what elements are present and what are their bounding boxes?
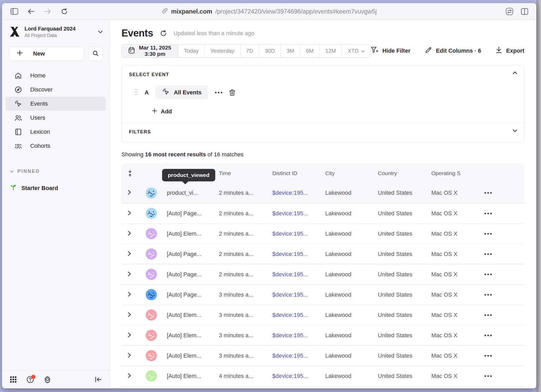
back-icon[interactable] <box>27 7 35 16</box>
preset-today[interactable]: Today <box>178 44 205 57</box>
expand-row-icon[interactable] <box>128 190 131 196</box>
table-row[interactable] <box>121 386 524 388</box>
date-picker-button[interactable]: Mar 11, 2025 3:30 pm <box>122 44 178 57</box>
expand-row-icon[interactable] <box>128 353 131 359</box>
preset-xtd[interactable]: XTD <box>342 44 371 57</box>
event-name[interactable]: [Auto] Elem... <box>161 230 213 237</box>
expand-row-icon[interactable] <box>128 231 131 237</box>
event-name[interactable]: [Auto] Elem... <box>161 312 213 318</box>
distinct-id-link[interactable]: $device:195... <box>267 352 319 359</box>
row-menu-icon[interactable] <box>484 294 492 296</box>
preset-yesterday[interactable]: Yesterday <box>205 44 241 57</box>
sidebar-item-events[interactable]: Events <box>6 97 106 111</box>
sidebar-item-lexicon[interactable]: Lexicon <box>6 125 106 139</box>
sidebar-item-users[interactable]: Users <box>6 111 106 125</box>
row-menu-icon[interactable] <box>484 213 492 214</box>
sidebar-toggle-icon[interactable] <box>10 7 19 16</box>
table-row[interactable]: [Auto] Page... 3 minutes a... $device:19… <box>121 284 524 305</box>
row-menu-icon[interactable] <box>484 335 492 336</box>
event-name[interactable]: [Auto] Elem... <box>161 352 213 359</box>
event-name[interactable]: [Auto] Elem... <box>161 332 213 339</box>
distinct-id-link[interactable]: $device:195... <box>267 332 319 339</box>
trash-icon[interactable] <box>229 89 235 96</box>
expand-row-icon[interactable] <box>128 332 131 339</box>
reload-icon[interactable] <box>60 7 69 16</box>
event-name[interactable]: [Auto] Page... <box>161 251 213 258</box>
preset-6m[interactable]: 6M <box>300 44 319 57</box>
table-row[interactable]: [Auto] Elem... 4 minutes a... $device:19… <box>121 366 524 386</box>
column-header-distinct-id[interactable]: Distinct ID <box>267 170 319 176</box>
collapse-section-icon[interactable] <box>513 71 517 74</box>
collapse-sidebar-icon[interactable] <box>95 377 102 382</box>
table-row[interactable]: [Auto] Elem... 3 minutes a... $device:19… <box>121 345 524 366</box>
expand-row-icon[interactable] <box>128 373 131 379</box>
table-row[interactable]: [Auto] Page... 2 minutes a... $device:19… <box>121 203 524 223</box>
sidebar-item-discover[interactable]: Discover <box>6 83 106 97</box>
distinct-id-link[interactable]: $device:195... <box>267 373 319 379</box>
search-button[interactable] <box>89 47 103 61</box>
row-menu-icon[interactable] <box>484 192 492 194</box>
expand-section-icon[interactable] <box>513 129 517 132</box>
sidebar-item-cohorts[interactable]: Cohorts <box>6 139 106 153</box>
preset-30d[interactable]: 30D <box>259 44 281 57</box>
row-menu-icon[interactable] <box>484 253 492 255</box>
event-selector-pill[interactable]: All Events <box>156 86 208 99</box>
column-header-city[interactable]: City <box>319 170 372 176</box>
event-name[interactable]: [Auto] Page... <box>161 271 213 278</box>
event-name[interactable]: [Auto] Elem... <box>161 373 213 379</box>
preset-7d[interactable]: 7D <box>241 44 259 57</box>
drag-handle-icon[interactable] <box>135 89 138 96</box>
row-menu-icon[interactable] <box>484 274 492 275</box>
row-menu-icon[interactable] <box>484 233 492 235</box>
distinct-id-link[interactable]: $device:195... <box>267 271 319 278</box>
collapse-rows-icon[interactable] <box>121 170 141 177</box>
column-header-time[interactable]: Time <box>213 170 267 176</box>
help-icon[interactable] <box>27 376 34 383</box>
project-switcher[interactable]: Lord Farquaad 2024 All Project Data <box>2 26 109 38</box>
new-button[interactable]: New <box>9 47 84 61</box>
distinct-id-link[interactable]: $device:195... <box>267 251 319 258</box>
split-view-icon[interactable] <box>520 7 529 16</box>
more-options-icon[interactable] <box>215 92 222 93</box>
url-bar[interactable]: mixpanel.com/project/3472420/view/397469… <box>162 3 377 20</box>
column-header-os[interactable]: Operating S <box>426 170 483 176</box>
expand-row-icon[interactable] <box>128 312 131 318</box>
edit-columns-button[interactable]: Edit Columns · 6 <box>425 47 481 55</box>
distinct-id-link[interactable]: $device:195... <box>267 210 319 217</box>
table-row[interactable]: [Auto] Page... 2 minutes a... $device:19… <box>121 264 524 284</box>
column-header-country[interactable]: Country <box>372 170 426 176</box>
expand-row-icon[interactable] <box>128 210 131 217</box>
table-row[interactable]: [Auto] Elem... 2 minutes a... $device:19… <box>121 223 524 244</box>
forward-icon[interactable] <box>43 7 52 16</box>
pinned-section-header[interactable]: PINNED <box>2 169 109 174</box>
event-city: Lakewood <box>319 230 372 237</box>
sidebar-item-home[interactable]: Home <box>6 69 106 83</box>
distinct-id-link[interactable]: $device:195... <box>267 230 319 237</box>
table-row[interactable]: [Auto] Elem... 3 minutes a... $device:19… <box>121 305 524 325</box>
refresh-icon[interactable] <box>160 30 167 37</box>
row-menu-icon[interactable] <box>484 375 492 377</box>
table-row[interactable]: [Auto] Elem... 3 minutes a... $device:19… <box>121 325 524 345</box>
event-name[interactable]: [Auto] Page... <box>161 210 213 217</box>
event-name[interactable]: [Auto] Page... <box>161 291 213 298</box>
preset-12m[interactable]: 12M <box>319 44 342 57</box>
table-row[interactable]: product_vi... 2 minutes a... $device:195… <box>121 183 524 203</box>
event-name[interactable]: product_vi... <box>161 189 213 196</box>
table-row[interactable]: [Auto] Page... 2 minutes a... $device:19… <box>121 244 524 264</box>
apps-grid-icon[interactable] <box>10 376 17 383</box>
export-button[interactable]: Export <box>496 47 524 55</box>
add-event-button[interactable]: Add <box>129 108 172 115</box>
distinct-id-link[interactable]: $device:195... <box>267 291 319 298</box>
distinct-id-link[interactable]: $device:195... <box>267 312 319 318</box>
row-menu-icon[interactable] <box>484 355 492 357</box>
hide-filter-button[interactable]: Hide Filter <box>371 47 410 55</box>
preset-3m[interactable]: 3M <box>281 44 300 57</box>
expand-row-icon[interactable] <box>128 271 131 278</box>
gear-icon[interactable] <box>44 376 51 383</box>
distinct-id-link[interactable]: $device:195... <box>267 189 319 196</box>
expand-row-icon[interactable] <box>128 292 131 298</box>
row-menu-icon[interactable] <box>484 314 492 316</box>
page-settings-icon[interactable] <box>505 7 514 16</box>
sidebar-item-starter-board[interactable]: Starter Board <box>2 184 109 192</box>
expand-row-icon[interactable] <box>128 251 131 257</box>
